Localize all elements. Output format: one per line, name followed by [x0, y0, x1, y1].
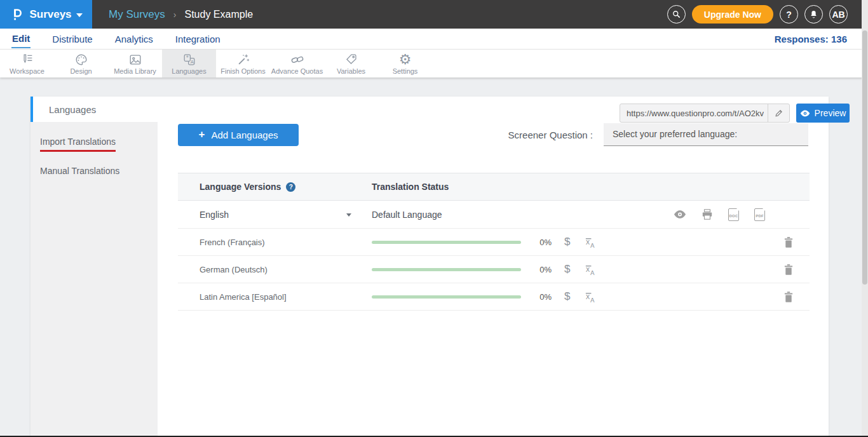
tag-icon	[344, 53, 358, 67]
delete-language-icon[interactable]	[784, 292, 793, 302]
responses-count[interactable]: Responses: 136	[775, 34, 847, 44]
screener-question-label: Screener Question :	[508, 130, 593, 140]
avatar[interactable]: AB	[829, 5, 848, 24]
toolbar-item-settings[interactable]: ⚙ Settings	[378, 50, 432, 77]
translation-percent: 0%	[532, 265, 552, 274]
sidebar-item-label: Manual Translations	[40, 166, 119, 176]
preview-button[interactable]: Preview	[796, 104, 850, 123]
add-languages-label: Add Languages	[211, 130, 278, 140]
translate-icon[interactable]: X A	[584, 264, 596, 276]
tab-analytics[interactable]: Analytics	[114, 30, 154, 48]
paid-translation-icon[interactable]: $	[564, 290, 570, 303]
edit-url-button[interactable]	[768, 104, 789, 122]
toolbar-item-media-library[interactable]: Media Library	[108, 50, 162, 77]
help-tooltip-icon[interactable]: ?	[286, 182, 295, 192]
chevron-down-icon	[76, 13, 83, 17]
topbar-actions: Upgrade Now ? AB	[667, 5, 868, 24]
add-languages-button[interactable]: + Add Languages	[178, 124, 299, 146]
svg-text:A: A	[590, 269, 595, 275]
languages-icon: * A	[182, 53, 196, 67]
sidebar-item-manual-translations[interactable]: Manual Translations	[31, 159, 158, 183]
panel-title-label: Languages	[49, 104, 96, 115]
workspace-icon	[20, 53, 34, 67]
survey-toolbar: Workspace Design Media Library * A	[0, 50, 868, 77]
svg-text:X: X	[586, 238, 590, 245]
chain-links-icon	[290, 53, 304, 67]
svg-text:X: X	[586, 293, 590, 300]
bell-icon	[809, 10, 818, 19]
screener-question: Screener Question : Select your preferre…	[508, 123, 808, 146]
column-translation-status: Translation Status	[372, 182, 449, 192]
help-button[interactable]: ?	[780, 5, 798, 24]
delete-language-icon[interactable]	[784, 264, 793, 275]
toolbar-item-variables[interactable]: Variables	[324, 50, 378, 77]
survey-url-box	[620, 104, 790, 123]
scrollbar-thumb[interactable]	[862, 30, 867, 285]
notifications-button[interactable]	[804, 5, 823, 24]
toolbar-item-advance-quotas[interactable]: Advance Quotas	[270, 50, 324, 77]
toolbar-item-label: Settings	[393, 67, 418, 75]
toolbar-item-workspace[interactable]: Workspace	[0, 50, 54, 77]
language-name: French (Français)	[200, 238, 265, 247]
sidebar-item-label: Import Translations	[40, 137, 116, 152]
toolbar-item-label: Media Library	[114, 67, 156, 75]
print-icon[interactable]	[702, 209, 713, 220]
sidebar-item-import-translations[interactable]: Import Translations	[31, 130, 158, 159]
translate-icon[interactable]: X A	[584, 236, 596, 248]
toolbar-item-design[interactable]: Design	[54, 50, 108, 77]
settings-gear-icon: ⚙	[399, 53, 412, 67]
delete-language-icon[interactable]	[784, 237, 793, 248]
language-name: English	[200, 210, 229, 220]
preview-label: Preview	[815, 108, 846, 118]
toolbar-item-label: Design	[70, 67, 92, 75]
view-survey-icon[interactable]	[674, 210, 686, 218]
breadcrumb-current-survey: Study Example	[184, 9, 253, 20]
language-name: Latin America [Español]	[200, 292, 287, 302]
section-tabs: Edit Distribute Analytics Integration Re…	[0, 29, 868, 50]
toolbar-item-label: Variables	[337, 67, 365, 75]
magic-wand-icon	[236, 53, 250, 67]
screener-question-select[interactable]: Select your preferred language:	[604, 123, 808, 146]
paid-translation-icon[interactable]: $	[564, 263, 570, 276]
search-button[interactable]	[667, 5, 686, 24]
export-doc-icon[interactable]: DOC	[728, 208, 739, 221]
svg-text:X: X	[586, 266, 590, 272]
search-icon	[672, 10, 681, 19]
product-name: Surveys	[29, 8, 71, 21]
toolbar-item-label: Advance Quotas	[271, 67, 323, 75]
svg-text:A: A	[590, 241, 595, 248]
top-bar: Surveys My Surveys › Study Example Upgra…	[0, 0, 868, 29]
questionpro-logo-icon	[10, 7, 25, 22]
breadcrumb-separator: ›	[173, 10, 177, 20]
survey-url-input[interactable]	[620, 109, 768, 118]
table-row-latin-america: Latin America [Español] 0% $ X A	[178, 283, 810, 311]
breadcrumb-my-surveys[interactable]: My Surveys	[109, 8, 165, 21]
breadcrumb: My Surveys › Study Example	[109, 8, 253, 21]
toolbar-item-languages[interactable]: * A Languages	[162, 50, 216, 77]
tab-distribute[interactable]: Distribute	[51, 30, 93, 48]
table-row-french: French (Français) 0% $ X A	[178, 229, 810, 256]
translation-progress-bar	[372, 241, 521, 244]
question-mark-icon: ?	[786, 10, 792, 20]
tab-integration[interactable]: Integration	[175, 30, 221, 48]
column-language-versions: Language Versions	[200, 182, 281, 192]
upgrade-now-button[interactable]: Upgrade Now	[692, 5, 773, 24]
language-name: German (Deutsch)	[200, 265, 268, 274]
svg-text:A: A	[190, 58, 193, 64]
toolbar-item-label: Workspace	[10, 67, 44, 75]
toolbar-item-finish-options[interactable]: Finish Options	[216, 50, 270, 77]
paid-translation-icon[interactable]: $	[564, 236, 570, 248]
tab-edit[interactable]: Edit	[11, 30, 31, 48]
languages-panel: Languages Import Translations Manual Tra…	[31, 97, 829, 437]
table-row-default-language: English Default Language	[178, 201, 810, 229]
page-scrollbar[interactable]	[862, 0, 868, 437]
translation-progress-bar	[372, 268, 521, 271]
pencil-icon	[775, 109, 783, 118]
export-pdf-icon[interactable]: PDF	[754, 208, 765, 221]
languages-sidebar: Import Translations Manual Translations	[31, 122, 158, 437]
main-area: Languages Import Translations Manual Tra…	[0, 77, 868, 437]
surveys-menu[interactable]: Surveys	[0, 0, 92, 29]
table-row-german: German (Deutsch) 0% $ X A	[178, 256, 810, 283]
translate-icon[interactable]: X A	[584, 291, 596, 303]
language-dropdown-caret-icon[interactable]	[346, 213, 351, 217]
